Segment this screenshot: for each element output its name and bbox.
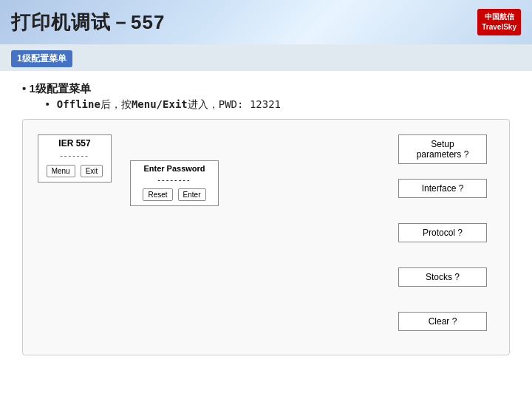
bullet2: • Offline后，按Menu/Exit进入，PWD: 12321 [44,98,517,112]
page-title: 打印机调试－557 [11,10,165,35]
reset-button[interactable]: Reset [143,188,172,201]
bullet1: • 1级配置菜单 [22,82,517,96]
password-buttons: Reset Enter [137,187,212,202]
menu-item-1[interactable]: Interface ? [398,179,487,198]
printer-box: IER 557 ------- Menu Exit [38,134,112,183]
logo: 中国航信 TravelSky [477,9,521,35]
menu-button[interactable]: Menu [47,165,75,177]
menu-item-clear[interactable]: Clear ? [398,312,487,331]
enter-button[interactable]: Enter [178,188,206,201]
diagram: IER 557 ------- Menu Exit Enter Password… [22,119,510,355]
menu-item-0[interactable]: Setupparameters ? [398,134,487,164]
password-dots: -------- [137,175,212,184]
level-badge: 1级配置菜单 [11,50,72,67]
password-label: Enter Password [137,164,212,173]
password-box: Enter Password -------- Reset Enter [130,160,219,206]
menu-item-3[interactable]: Stocks ? [398,267,487,287]
page-wrapper: 打印机调试－557 中国航信 TravelSky 1级配置菜单 • 1级配置菜单… [0,0,532,399]
header: 打印机调试－557 中国航信 TravelSky [0,0,532,44]
printer-model: IER 557 [43,138,106,149]
menu-item-2[interactable]: Protocol ? [398,223,487,242]
exit-button[interactable]: Exit [81,165,103,177]
printer-dashes: ------- [43,151,106,160]
printer-buttons: Menu Exit [43,163,106,179]
content-area: • 1级配置菜单 • Offline后，按Menu/Exit进入，PWD: 12… [0,71,532,399]
